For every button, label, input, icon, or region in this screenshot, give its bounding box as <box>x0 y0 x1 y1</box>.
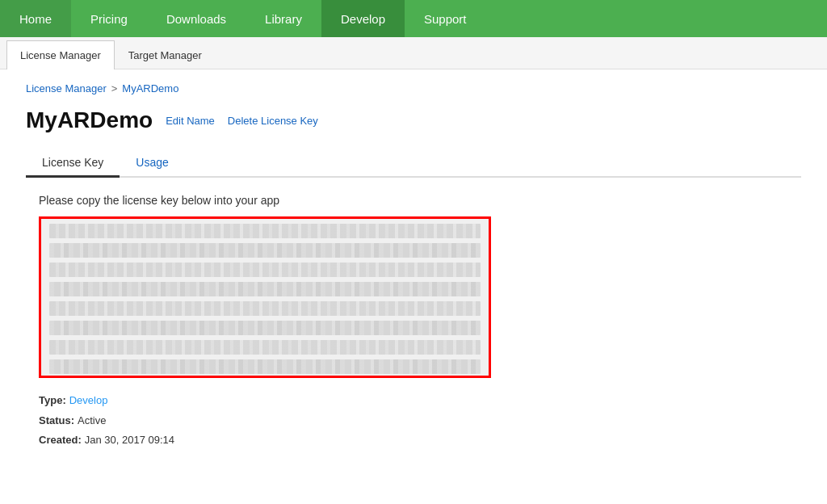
breadcrumb-current: MyARDemo <box>122 82 178 94</box>
type-value: Develop <box>69 391 108 411</box>
main-content: License Manager > MyARDemo MyARDemo Edit… <box>0 69 827 464</box>
breadcrumb: License Manager > MyARDemo <box>26 82 801 94</box>
tab-usage[interactable]: Usage <box>120 149 184 178</box>
license-text-row <box>49 262 481 277</box>
license-text-row <box>49 224 481 238</box>
tab-bar: License KeyUsage <box>26 149 801 178</box>
status-row: Status: Active <box>39 411 788 431</box>
tab-license-key[interactable]: License Key <box>26 149 120 178</box>
created-row: Created: Jan 30, 2017 09:14 <box>39 430 788 451</box>
nav-item-downloads[interactable]: Downloads <box>147 0 246 37</box>
breadcrumb-parent-link[interactable]: License Manager <box>26 82 107 94</box>
nav-item-support[interactable]: Support <box>405 0 486 37</box>
key-info: Type: Develop Status: Active Created: Ja… <box>39 391 788 451</box>
type-label: Type: <box>39 391 66 411</box>
license-text-row <box>49 321 481 335</box>
license-text-row <box>49 301 481 316</box>
license-key-box <box>39 216 491 378</box>
license-instructions: Please copy the license key below into y… <box>39 194 788 207</box>
license-text-row <box>49 243 481 258</box>
created-label: Created: <box>39 430 82 451</box>
license-text-row <box>49 282 481 296</box>
nav-item-library[interactable]: Library <box>246 0 321 37</box>
breadcrumb-separator: > <box>111 82 118 94</box>
edit-name-link[interactable]: Edit Name <box>166 115 215 127</box>
top-navigation: HomePricingDownloadsLibraryDevelopSuppor… <box>0 0 827 37</box>
sub-navigation: License ManagerTarget Manager <box>0 37 827 69</box>
status-label: Status: <box>39 411 74 431</box>
created-value: Jan 30, 2017 09:14 <box>85 430 174 451</box>
type-row: Type: Develop <box>39 391 788 411</box>
sub-nav-item-target-manager[interactable]: Target Manager <box>115 40 216 69</box>
nav-item-home[interactable]: Home <box>0 0 71 37</box>
page-header: MyARDemo Edit Name Delete License Key <box>26 107 801 133</box>
license-text-row <box>49 359 481 374</box>
license-section: Please copy the license key below into y… <box>26 194 801 451</box>
sub-nav-item-license-manager[interactable]: License Manager <box>6 40 115 69</box>
nav-item-develop[interactable]: Develop <box>321 0 405 37</box>
status-value: Active <box>78 411 106 431</box>
page-title: MyARDemo <box>26 107 153 133</box>
nav-item-pricing[interactable]: Pricing <box>71 0 147 37</box>
delete-license-key-link[interactable]: Delete License Key <box>228 115 318 127</box>
license-text-row <box>49 340 481 355</box>
